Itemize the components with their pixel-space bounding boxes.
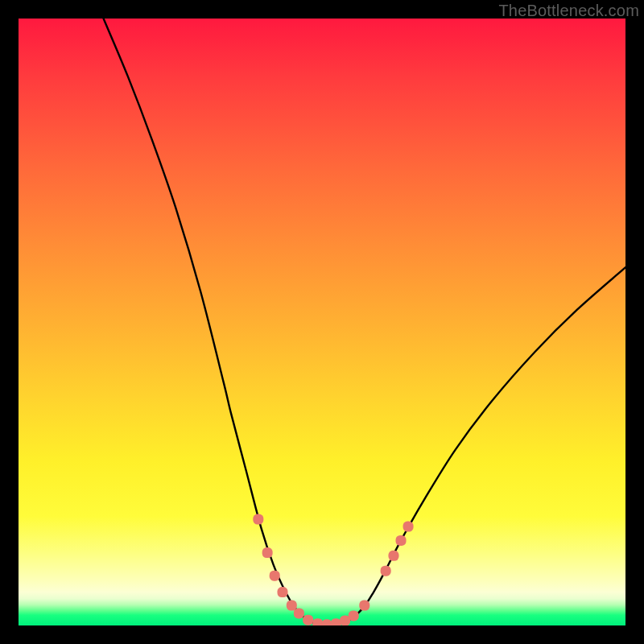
highlight-dot [403,522,414,532]
highlight-dot [303,615,313,625]
highlight-dot [388,551,398,561]
watermark-text: TheBottleneck.com [498,2,639,20]
highlight-dot [270,571,280,581]
highlight-dot [294,608,304,618]
highlight-dot [253,514,263,525]
highlight-dot [331,618,341,625]
bottleneck-curve-path [104,19,625,625]
highlight-dot [287,601,297,611]
highlight-dot [381,566,391,576]
chart-outer-frame: TheBottleneck.com [0,0,644,644]
highlight-dot [262,547,273,558]
highlight-dot [359,601,369,611]
highlight-dot [312,618,323,625]
highlight-dot [277,587,287,597]
highlight-dot [349,610,359,621]
highlight-dot [396,535,407,546]
highlight-dots-group [253,514,413,625]
highlight-dot [322,619,332,625]
chart-plot-area [19,19,625,625]
chart-svg-layer [19,19,625,625]
